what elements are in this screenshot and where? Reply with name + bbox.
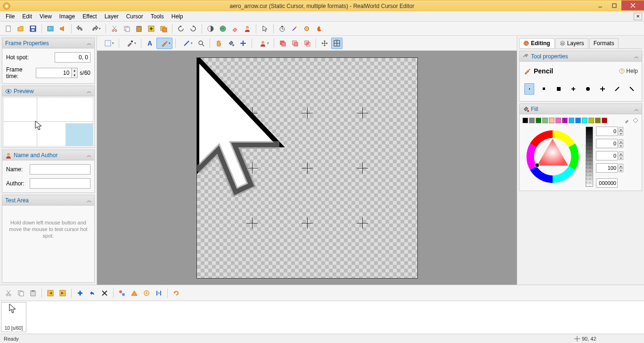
duplicate-frame-button[interactable]: [87, 287, 98, 299]
duplicate-button[interactable]: [158, 23, 169, 34]
add-button[interactable]: [146, 23, 157, 34]
spin-up[interactable]: ▲: [72, 68, 77, 73]
magnify-tool[interactable]: [196, 38, 207, 49]
move-origin-button[interactable]: [319, 38, 330, 49]
world-button[interactable]: [217, 23, 228, 34]
open-button[interactable]: [15, 23, 26, 34]
export-image-button[interactable]: [45, 23, 56, 34]
brush-diag2[interactable]: [627, 83, 637, 95]
eyedropper-icon[interactable]: [624, 117, 630, 124]
close-document-button[interactable]: ✕: [634, 13, 642, 20]
frame-tool-1[interactable]: [116, 287, 128, 299]
insert-after-button[interactable]: [57, 287, 68, 299]
hex-input[interactable]: [596, 178, 618, 188]
wand-icon[interactable]: [289, 23, 300, 34]
close-button[interactable]: [621, 0, 644, 10]
layer-intersect-button[interactable]: [302, 38, 313, 49]
paste-frame-button[interactable]: [27, 287, 39, 299]
test-area[interactable]: Hold down left mouse button and move the…: [2, 206, 94, 253]
swatch-7[interactable]: [569, 118, 574, 123]
g-input[interactable]: [596, 139, 618, 148]
swatch-1[interactable]: [529, 118, 535, 123]
preview-area[interactable]: [3, 97, 93, 146]
rotate-left-button[interactable]: [175, 23, 187, 34]
save-button[interactable]: [27, 23, 39, 34]
timer-icon[interactable]: [277, 23, 288, 34]
new-button[interactable]: [3, 23, 14, 34]
insert-before-button[interactable]: [45, 287, 56, 299]
pointer-tool[interactable]: [259, 23, 270, 34]
spin-down[interactable]: ▼: [72, 73, 77, 78]
r-input[interactable]: [596, 127, 618, 136]
author-input[interactable]: [30, 178, 90, 189]
alpha-strip[interactable]: [586, 127, 593, 187]
copy-button[interactable]: [121, 23, 132, 34]
bucket-tool[interactable]: [225, 38, 236, 49]
frame-tool-2[interactable]: [129, 287, 140, 299]
text-tool[interactable]: A: [144, 38, 155, 49]
menu-tools[interactable]: Tools: [147, 12, 168, 21]
paste-button[interactable]: [133, 23, 145, 34]
b-input[interactable]: [596, 151, 618, 160]
swatch-0[interactable]: [522, 118, 528, 123]
tool-properties-header[interactable]: Tool properties ︽: [520, 51, 642, 62]
more-icon[interactable]: [632, 117, 639, 124]
undo-button[interactable]: [74, 23, 86, 34]
swatch-9[interactable]: [582, 118, 587, 123]
move-tool[interactable]: [237, 38, 249, 49]
a-input[interactable]: [596, 163, 618, 173]
reload-button[interactable]: [171, 287, 182, 299]
swatch-5[interactable]: [555, 118, 561, 123]
frame-thumb-1[interactable]: 10 [s/60]: [1, 302, 26, 332]
fire-icon[interactable]: [313, 23, 325, 34]
brush-round[interactable]: [583, 83, 593, 95]
swatch-11[interactable]: [595, 118, 601, 123]
name-author-header[interactable]: Name and Author ︽: [2, 150, 94, 160]
maximize-button[interactable]: [607, 0, 621, 10]
tab-formats[interactable]: Formats: [589, 38, 619, 48]
cut-frame-button[interactable]: [3, 287, 14, 299]
select-tool[interactable]: [100, 38, 116, 49]
frame-tool-4[interactable]: [153, 287, 164, 299]
person-tool[interactable]: [255, 38, 271, 49]
swatch-6[interactable]: [562, 118, 568, 123]
minimize-button[interactable]: [593, 0, 607, 10]
menu-cursor[interactable]: Cursor: [122, 12, 147, 21]
brush-1px[interactable]: [524, 83, 534, 95]
cut-button[interactable]: [109, 23, 120, 34]
menu-file[interactable]: File: [2, 12, 18, 21]
add-frame-button[interactable]: [74, 287, 86, 299]
hotspot-input[interactable]: [55, 52, 90, 63]
menu-image[interactable]: Image: [56, 12, 79, 21]
swatch-2[interactable]: [536, 118, 541, 123]
menu-layer[interactable]: Layer: [101, 12, 122, 21]
fill-header[interactable]: Fill ︽: [520, 104, 642, 114]
gear-icon[interactable]: [301, 23, 312, 34]
swatch-3[interactable]: [542, 118, 548, 123]
copy-frame-button[interactable]: [15, 287, 26, 299]
layer-union-button[interactable]: [289, 38, 301, 49]
frametime-input[interactable]: [36, 68, 72, 78]
person-button[interactable]: [242, 23, 253, 34]
sound-button[interactable]: [57, 23, 68, 34]
contrast-button[interactable]: [205, 23, 216, 34]
delete-frame-button[interactable]: [99, 287, 110, 299]
brush-2px[interactable]: [539, 83, 549, 95]
layer-red-button[interactable]: [277, 38, 288, 49]
menu-effect[interactable]: Effect: [79, 12, 100, 21]
test-area-header[interactable]: Test Area ︽: [2, 195, 94, 206]
erase-button[interactable]: [229, 23, 241, 34]
swatch-12[interactable]: [602, 118, 607, 123]
menu-help[interactable]: Help: [168, 12, 187, 21]
frame-tool-3[interactable]: [141, 287, 152, 299]
swatch-10[interactable]: [588, 118, 594, 123]
move-grid-button[interactable]: [331, 38, 342, 49]
swatch-8[interactable]: [575, 118, 581, 123]
help-link[interactable]: ? Help: [619, 68, 638, 74]
rotate-right-button[interactable]: [187, 23, 199, 34]
swatch-4[interactable]: [549, 118, 554, 123]
preview-header[interactable]: Preview ︽: [2, 86, 94, 96]
canvas[interactable]: [196, 57, 418, 279]
redo-button[interactable]: [87, 23, 103, 34]
frame-strip[interactable]: 10 [s/60]: [0, 301, 644, 334]
